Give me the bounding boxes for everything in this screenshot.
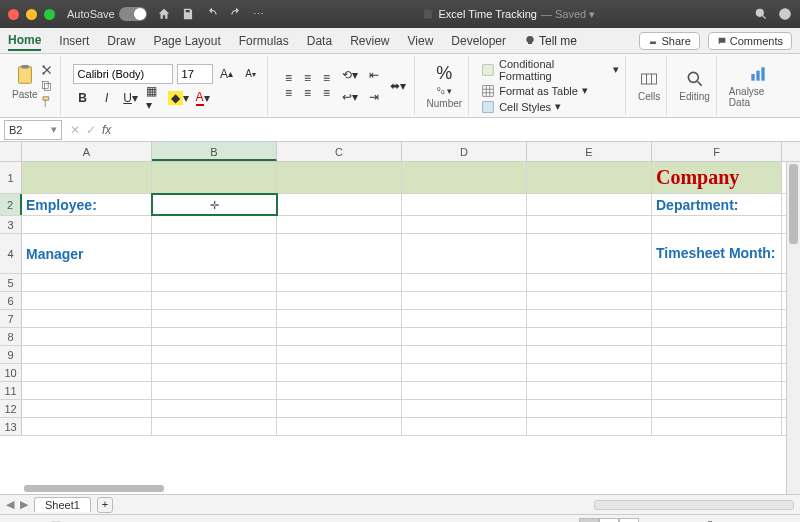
cell-F8[interactable]	[652, 328, 782, 345]
font-size-select[interactable]	[177, 64, 213, 84]
bold-button[interactable]: B	[73, 88, 93, 108]
row-header-12[interactable]: 12	[0, 400, 22, 417]
row-header-5[interactable]: 5	[0, 274, 22, 291]
tell-me[interactable]: Tell me	[524, 34, 577, 48]
cell-E12[interactable]	[527, 400, 652, 417]
horizontal-scrollbar[interactable]	[594, 500, 794, 510]
cell-C4[interactable]	[277, 234, 402, 273]
tab-data[interactable]: Data	[307, 32, 332, 50]
row-header-13[interactable]: 13	[0, 418, 22, 435]
row-header-11[interactable]: 11	[0, 382, 22, 399]
analyse-data-button[interactable]	[748, 64, 768, 84]
cell-E2[interactable]	[527, 194, 652, 215]
cell-D7[interactable]	[402, 310, 527, 327]
minimize-window[interactable]	[26, 9, 37, 20]
cell-A8[interactable]	[22, 328, 152, 345]
col-header-F[interactable]: F	[652, 142, 782, 161]
cell-A10[interactable]	[22, 364, 152, 381]
cell-E11[interactable]	[527, 382, 652, 399]
cell-C11[interactable]	[277, 382, 402, 399]
cell-C13[interactable]	[277, 418, 402, 435]
cell-F12[interactable]	[652, 400, 782, 417]
cell-C5[interactable]	[277, 274, 402, 291]
cell-A9[interactable]	[22, 346, 152, 363]
comments-button[interactable]: Comments	[708, 32, 792, 50]
row-header-4[interactable]: 4	[0, 234, 22, 273]
underline-button[interactable]: U ▾	[121, 88, 141, 108]
search-icon[interactable]	[754, 7, 768, 21]
add-sheet-button[interactable]: +	[97, 497, 113, 513]
tab-view[interactable]: View	[408, 32, 434, 50]
cell-C7[interactable]	[277, 310, 402, 327]
cell-B4[interactable]	[152, 234, 277, 273]
cell-B1[interactable]	[152, 162, 277, 193]
align-right-icon[interactable]: ≡	[318, 86, 336, 100]
wrap-text-icon[interactable]: ↩▾	[340, 87, 360, 107]
cell-C3[interactable]	[277, 216, 402, 233]
italic-button[interactable]: I	[97, 88, 117, 108]
window-controls[interactable]	[8, 9, 55, 20]
cell-E9[interactable]	[527, 346, 652, 363]
cell-F9[interactable]	[652, 346, 782, 363]
formula-input[interactable]	[111, 118, 800, 141]
cell-F5[interactable]	[652, 274, 782, 291]
cell-D10[interactable]	[402, 364, 527, 381]
fill-color-button[interactable]: ◆▾	[169, 88, 189, 108]
cell-E6[interactable]	[527, 292, 652, 309]
decrease-indent-icon[interactable]: ⇤	[364, 65, 384, 85]
cell-A13[interactable]	[22, 418, 152, 435]
cell-D1[interactable]	[402, 162, 527, 193]
name-box[interactable]: B2▾	[4, 120, 62, 140]
decrease-font-icon[interactable]: A▾	[241, 64, 261, 84]
col-header-D[interactable]: D	[402, 142, 527, 161]
cancel-icon[interactable]: ✕	[70, 123, 80, 137]
cell-B9[interactable]	[152, 346, 277, 363]
share-button[interactable]: Share	[639, 32, 699, 50]
row-header-2[interactable]: 2	[0, 194, 22, 215]
cell-D11[interactable]	[402, 382, 527, 399]
copy-icon[interactable]	[40, 79, 54, 93]
cell-B11[interactable]	[152, 382, 277, 399]
tab-developer[interactable]: Developer	[451, 32, 506, 50]
cell-B10[interactable]	[152, 364, 277, 381]
align-middle-icon[interactable]: ≡	[299, 71, 317, 85]
align-left-icon[interactable]: ≡	[280, 86, 298, 100]
cells-button[interactable]	[639, 69, 659, 89]
cell-C2[interactable]	[277, 194, 402, 215]
cell-C1[interactable]	[277, 162, 402, 193]
cell-A11[interactable]	[22, 382, 152, 399]
format-as-table-button[interactable]: Format as Table▾	[481, 83, 588, 99]
sheet-nav-prev[interactable]: ◀	[6, 498, 14, 511]
cell-E4[interactable]	[527, 234, 652, 273]
cell-F1[interactable]: Company	[652, 162, 782, 193]
cell-D4[interactable]	[402, 234, 527, 273]
cell-F4[interactable]: Timesheet Month:	[652, 234, 782, 273]
col-header-C[interactable]: C	[277, 142, 402, 161]
cell-E10[interactable]	[527, 364, 652, 381]
tab-formulas[interactable]: Formulas	[239, 32, 289, 50]
row-header-10[interactable]: 10	[0, 364, 22, 381]
row-header-1[interactable]: 1	[0, 162, 22, 193]
format-painter-icon[interactable]	[40, 95, 54, 109]
cell-B3[interactable]	[152, 216, 277, 233]
cut-icon[interactable]	[40, 63, 54, 77]
cell-F7[interactable]	[652, 310, 782, 327]
row-header-9[interactable]: 9	[0, 346, 22, 363]
cell-B13[interactable]	[152, 418, 277, 435]
home-icon[interactable]	[157, 7, 171, 21]
tab-review[interactable]: Review	[350, 32, 389, 50]
cell-A5[interactable]	[22, 274, 152, 291]
cell-E5[interactable]	[527, 274, 652, 291]
cell-F6[interactable]	[652, 292, 782, 309]
close-window[interactable]	[8, 9, 19, 20]
row-header-3[interactable]: 3	[0, 216, 22, 233]
row-header-6[interactable]: 6	[0, 292, 22, 309]
cell-D3[interactable]	[402, 216, 527, 233]
select-all-corner[interactable]	[0, 142, 22, 161]
increase-indent-icon[interactable]: ⇥	[364, 87, 384, 107]
enter-icon[interactable]: ✓	[86, 123, 96, 137]
tab-home[interactable]: Home	[8, 31, 41, 51]
col-header-B[interactable]: B	[152, 142, 277, 161]
cell-A1[interactable]	[22, 162, 152, 193]
page-break-view-icon[interactable]: ▭	[619, 518, 639, 523]
